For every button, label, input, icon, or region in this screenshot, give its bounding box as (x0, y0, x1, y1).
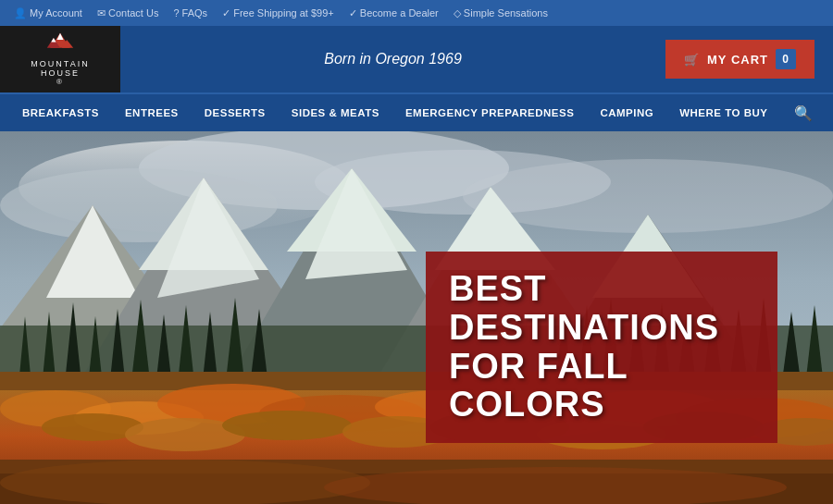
my-account-link[interactable]: 👤 My Account (14, 7, 82, 19)
simple-sensations-link[interactable]: ◇ Simple Sensations (454, 7, 548, 19)
contact-us-link[interactable]: ✉ Contact Us (97, 7, 158, 19)
hero-section: BEST DESTINATIONS FOR FALL COLORS (0, 131, 833, 504)
nav-desserts[interactable]: DESSERTS (192, 94, 279, 131)
faqs-link[interactable]: ? FAQs (173, 7, 207, 18)
hero-heading: BEST DESTINATIONS FOR FALL COLORS (449, 270, 754, 424)
person-icon: 👤 (14, 7, 30, 18)
site-header: MOUNTAIN HOUSE ® Born in Oregon 1969 🛒 M… (0, 26, 833, 92)
utility-links: 👤 My Account ✉ Contact Us ? FAQs ✓ Free … (14, 7, 548, 19)
cart-label: MY CART (707, 53, 768, 67)
check-icon: ✓ (222, 7, 233, 18)
svg-marker-4 (51, 38, 56, 42)
svg-point-58 (222, 411, 352, 440)
logo-text: MOUNTAIN HOUSE ® (31, 60, 89, 87)
main-nav: BREAKFASTS ENTREES DESSERTS SIDES & MEAT… (0, 92, 833, 131)
logo[interactable]: MOUNTAIN HOUSE ® (0, 26, 120, 92)
nav-sides-meats[interactable]: SIDES & MEATS (279, 94, 392, 131)
mountain-house-logo-icon (42, 31, 79, 57)
cart-count-badge: 0 (776, 49, 796, 69)
nav-where-to-buy[interactable]: WHERE TO BUY (666, 94, 780, 131)
become-dealer-link[interactable]: ✓ Become a Dealer (349, 7, 439, 19)
header-tagline: Born in Oregon 1969 (120, 51, 665, 68)
svg-point-66 (0, 460, 370, 504)
cart-button[interactable]: 🛒 MY CART 0 (665, 40, 814, 79)
diamond-icon: ◇ (454, 7, 464, 18)
question-icon: ? (173, 7, 181, 18)
free-shipping-link[interactable]: ✓ Free Shipping at $99+ (222, 7, 334, 19)
svg-marker-3 (56, 33, 63, 40)
nav-breakfasts[interactable]: BREAKFASTS (9, 94, 112, 131)
hero-text-box: BEST DESTINATIONS FOR FALL COLORS (426, 252, 777, 443)
cart-icon: 🛒 (684, 53, 700, 67)
nav-search-button[interactable]: 🔍 (783, 94, 824, 131)
utility-bar: 👤 My Account ✉ Contact Us ? FAQs ✓ Free … (0, 0, 833, 26)
nav-camping[interactable]: CAMPING (587, 94, 666, 131)
mail-icon: ✉ (97, 7, 108, 18)
check2-icon: ✓ (349, 7, 360, 18)
nav-emergency-preparedness[interactable]: EMERGENCY PREPAREDNESS (392, 94, 587, 131)
search-icon: 🔍 (794, 104, 813, 122)
nav-entrees[interactable]: ENTREES (112, 94, 192, 131)
